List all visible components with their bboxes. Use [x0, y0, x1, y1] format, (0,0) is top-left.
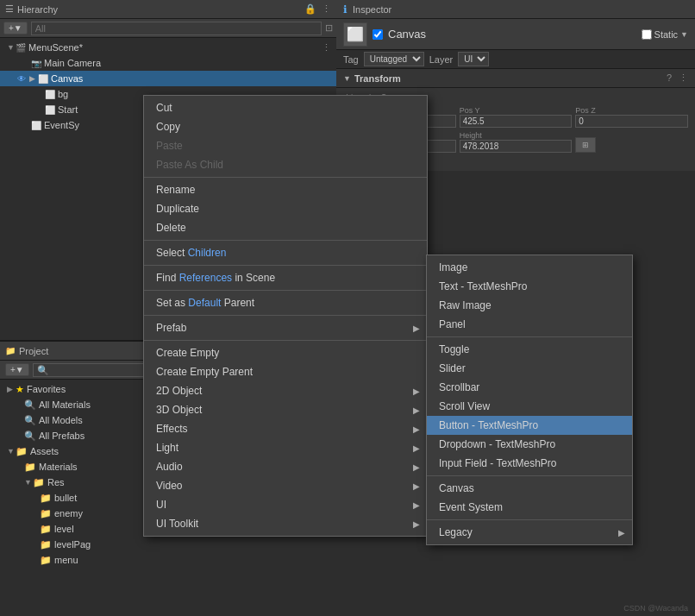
- start-cube-icon: ⬜: [45, 105, 55, 115]
- submenu-item-input-field-textmeshpro[interactable]: Input Field - TextMeshPro: [427, 454, 632, 473]
- context-menu: Cut Copy Paste Paste As Child Rename Dup…: [143, 95, 428, 537]
- submenu-item-event-system[interactable]: Event System: [427, 498, 632, 517]
- scroll-view-label: Scroll View: [439, 400, 490, 412]
- hierarchy-header: ☰ Hierarchy 🔒 ⋮: [0, 0, 336, 19]
- menu-item-find-references[interactable]: Find References in Scene: [144, 268, 427, 287]
- static-dropdown-icon[interactable]: ▼: [680, 30, 688, 39]
- menu-item-3d-object[interactable]: 3D Object ▶: [144, 400, 427, 419]
- submenu-item-slider[interactable]: Slider: [427, 359, 632, 378]
- button-textmeshpro-label: Button - TextMeshPro: [439, 419, 538, 431]
- object-icon-box: ⬜: [343, 22, 367, 47]
- start-label: Start: [58, 104, 78, 115]
- menu-item-select-children[interactable]: Select Children: [144, 243, 427, 262]
- menu-item-duplicate[interactable]: Duplicate: [144, 199, 427, 218]
- inspector-title: Inspector: [353, 4, 391, 15]
- static-checkbox[interactable]: [642, 29, 652, 40]
- menu-item-create-empty-parent[interactable]: Create Empty Parent: [144, 362, 427, 381]
- slider-label: Slider: [439, 362, 466, 374]
- hierarchy-camera-row[interactable]: 📷 Main Camera: [0, 55, 336, 71]
- hierarchy-toolbar: +▼ ⊡: [0, 19, 336, 38]
- separator-5: [144, 315, 427, 316]
- hierarchy-add-button[interactable]: +▼: [3, 22, 28, 35]
- menu-item-audio[interactable]: Audio ▶: [144, 457, 427, 476]
- transform-title: Transform: [354, 73, 401, 84]
- bullet-label: bullet: [54, 493, 77, 503]
- legacy-arrow: ▶: [618, 528, 625, 537]
- static-label: Static: [654, 29, 679, 40]
- menu-item-paste-as-child[interactable]: Paste As Child: [144, 155, 427, 174]
- info-icon: ℹ: [343, 3, 348, 16]
- 2d-object-arrow: ▶: [413, 387, 420, 396]
- hierarchy-lock-icon[interactable]: 🔒: [304, 3, 316, 15]
- submenu-separator-2: [427, 475, 632, 476]
- anchor-button[interactable]: ⊞: [575, 137, 596, 153]
- menu-item-create-empty[interactable]: Create Empty: [144, 343, 427, 362]
- anchor-button-cell[interactable]: ⊞: [575, 131, 688, 153]
- res-folder-icon: 📁: [33, 477, 45, 488]
- level-label: level: [54, 524, 74, 534]
- menu-item-effects[interactable]: Effects ▶: [144, 419, 427, 438]
- project-add-button[interactable]: +▼: [5, 363, 29, 376]
- levelpag-row[interactable]: 📁 levelPag: [0, 537, 336, 552]
- transform-menu-icon[interactable]: ⋮: [679, 72, 688, 84]
- submenu-item-legacy[interactable]: Legacy ▶: [427, 523, 632, 542]
- video-arrow: ▶: [413, 481, 420, 491]
- submenu-item-button-textmeshpro[interactable]: Button - TextMeshPro: [427, 416, 632, 435]
- submenu-item-canvas[interactable]: Canvas: [427, 479, 632, 498]
- hierarchy-canvas-row[interactable]: 👁 ▶ ⬜ Canvas: [0, 71, 336, 86]
- separator-2: [144, 240, 427, 241]
- light-arrow: ▶: [413, 443, 420, 453]
- hierarchy-scene-row: ▼ 🎬 MenuScene* ⋮: [0, 40, 336, 55]
- materials-folder-icon: 📁: [24, 462, 36, 473]
- light-label: Light: [156, 442, 178, 454]
- menu-item-rename[interactable]: Rename: [144, 180, 427, 199]
- layer-dropdown[interactable]: UI: [458, 52, 489, 66]
- pos-y-value: 425.5: [460, 115, 573, 128]
- hierarchy-search-input[interactable]: [31, 22, 322, 35]
- menu-item-video[interactable]: Video ▶: [144, 476, 427, 495]
- menu-item-light[interactable]: Light ▶: [144, 438, 427, 457]
- hierarchy-scroll-icon: ⊡: [325, 22, 333, 34]
- active-checkbox[interactable]: [373, 29, 383, 40]
- transform-expand-icon[interactable]: ▼: [343, 74, 351, 83]
- submenu-item-text-textmeshpro[interactable]: Text - TextMeshPro: [427, 277, 632, 296]
- menu-item-ui-toolkit[interactable]: UI Toolkit ▶: [144, 514, 427, 533]
- inspector-header: ℹ Inspector: [336, 0, 695, 19]
- paste-label: Paste: [156, 140, 183, 152]
- transform-help-icon[interactable]: ?: [667, 72, 672, 84]
- tag-dropdown[interactable]: Untagged: [364, 52, 424, 66]
- object-name: Canvas: [388, 28, 426, 41]
- separator-3: [144, 265, 427, 266]
- favorites-star-icon: ★: [16, 384, 24, 395]
- submenu-item-raw-image[interactable]: Raw Image: [427, 296, 632, 315]
- hierarchy-menu-icon[interactable]: ⋮: [322, 3, 331, 15]
- submenu-item-toggle[interactable]: Toggle: [427, 340, 632, 359]
- menu-item-cut[interactable]: Cut: [144, 98, 427, 117]
- menu-label: menu: [54, 555, 78, 565]
- levelpag-label: levelPag: [54, 539, 91, 550]
- effects-arrow: ▶: [413, 424, 420, 434]
- menu-item-set-default-parent[interactable]: Set as Default Parent: [144, 293, 427, 312]
- submenu-item-dropdown-textmeshpro[interactable]: Dropdown - TextMeshPro: [427, 435, 632, 454]
- scene-menu-icon[interactable]: ⋮: [322, 42, 331, 53]
- menu-row[interactable]: 📁 menu: [0, 552, 336, 568]
- menu-item-prefab[interactable]: Prefab ▶: [144, 318, 427, 337]
- menu-item-2d-object[interactable]: 2D Object ▶: [144, 381, 427, 400]
- submenu-item-scroll-view[interactable]: Scroll View: [427, 397, 632, 416]
- menu-item-copy[interactable]: Copy: [144, 117, 427, 136]
- legacy-label: Legacy: [439, 526, 473, 538]
- scene-icon: 🎬: [16, 43, 26, 53]
- submenu-item-image[interactable]: Image: [427, 258, 632, 277]
- submenu-item-scrollbar[interactable]: Scrollbar: [427, 378, 632, 397]
- assets-label: Assets: [30, 446, 59, 456]
- find-references-label: Find References in Scene: [156, 272, 275, 284]
- submenu-item-panel[interactable]: Panel: [427, 315, 632, 334]
- canvas-submenu-label: Canvas: [439, 482, 474, 494]
- menu-item-ui[interactable]: UI ▶: [144, 495, 427, 514]
- menu-item-delete[interactable]: Delete: [144, 218, 427, 237]
- menu-item-paste[interactable]: Paste: [144, 136, 427, 155]
- effects-label: Effects: [156, 423, 187, 435]
- materials-label: Materials: [39, 462, 78, 472]
- 2d-object-label: 2D Object: [156, 385, 202, 397]
- copy-label: Copy: [156, 121, 180, 133]
